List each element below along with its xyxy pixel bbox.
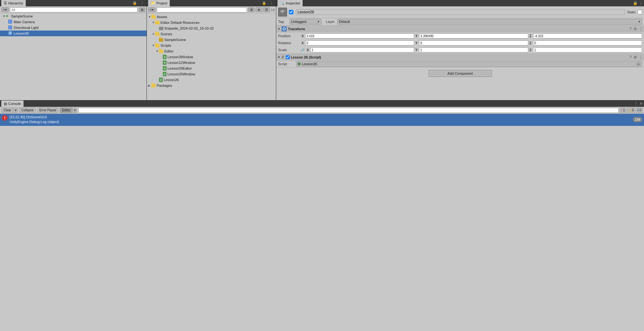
project-tab[interactable]: 📁 Project	[148, 0, 170, 6]
tag-dropdown-arrow: ▼	[317, 20, 320, 23]
static-checkbox[interactable]	[638, 10, 642, 14]
lesson26-script-expand-arrow: ▼	[277, 56, 280, 59]
lesson26-script-enabled-checkbox[interactable]	[286, 55, 290, 59]
script-select-button[interactable]: ◎	[636, 62, 641, 66]
rot-x-axis-label: X	[301, 41, 305, 45]
hierarchy-item-lesson26[interactable]: Lesson26	[0, 31, 147, 36]
snipaste-label: Snipaste_2024-02-02_18-10-32	[164, 26, 214, 30]
editor-button[interactable]: Editor	[60, 107, 72, 113]
transform-settings-icon[interactable]: ⚙	[634, 27, 637, 31]
project-tab-actions: 🔒 ⋮	[261, 1, 275, 6]
position-z-input[interactable]	[533, 33, 642, 38]
script-dot-icon	[298, 62, 301, 66]
scale-x-axis-label: X	[306, 48, 310, 52]
lesson3window-script-icon: #	[163, 55, 167, 59]
log-detail-0: UnityEngine.Debug:Log (object)	[10, 120, 631, 124]
clear-button[interactable]: Clear	[1, 107, 13, 113]
error-filter-count: 1	[623, 108, 625, 112]
error-filter-button[interactable]: ! 1	[620, 107, 627, 113]
hierarchy-filter-button[interactable]: ⊞	[139, 7, 145, 12]
proj-item-snipaste[interactable]: Snipaste_2024-02-02_18-10-32	[147, 25, 276, 31]
lesson26-script-title: Lesson 26 (Script)	[291, 55, 321, 59]
proj-item-lesson26-script[interactable]: # Lesson26	[147, 77, 276, 83]
object-enabled-checkbox[interactable]	[289, 10, 293, 14]
console-close-icon[interactable]: ✕	[640, 101, 643, 106]
transform-component-header[interactable]: ▼ Transform ? ⚙ ⋮	[276, 25, 644, 32]
hierarchy-lock-icon[interactable]: 🔒	[132, 1, 138, 5]
proj-item-editordefault[interactable]: ▼ Editor Default Resources	[147, 20, 276, 25]
project-search-input[interactable]	[157, 7, 247, 12]
samplescene-proj-icon	[159, 38, 163, 42]
position-y-input[interactable]	[419, 33, 528, 38]
hierarchy-item-maincamera[interactable]: Main Camera	[0, 19, 147, 25]
hierarchy-add-button[interactable]: +▾	[1, 7, 9, 12]
project-panel: 📁 Project 🔒 ⋮ +▾ ⊞ ★ ☰ 14 ▼ Assets	[147, 0, 276, 100]
inspector-lock-icon[interactable]: 🔒	[633, 1, 638, 5]
project-count: 14	[271, 8, 275, 12]
lesson26-script-component-header[interactable]: ▼ # Lesson 26 (Script) ? ⚙ ⋮	[276, 54, 644, 61]
console-menu-icon[interactable]: ⋮	[634, 101, 638, 106]
proj-item-editor-folder[interactable]: ▼ Editor	[147, 48, 276, 54]
position-x-input[interactable]	[305, 33, 414, 38]
clear-dropdown-button[interactable]: ▾	[14, 107, 18, 113]
position-y-field: Y	[414, 33, 528, 39]
info-filter-button[interactable]: ℹ 0	[636, 107, 643, 113]
project-menu-icon[interactable]: ⋮	[268, 1, 275, 6]
hierarchy-item-samplescene[interactable]: ▼ ◆ SampleScene	[0, 13, 147, 19]
rotation-x-input[interactable]	[305, 40, 414, 45]
scale-z-input[interactable]	[533, 47, 642, 52]
project-add-button[interactable]: +▾	[148, 7, 155, 12]
console-content: ! [15:21:45] OnSceneGUI UnityEngine.Debu…	[0, 114, 644, 331]
proj-item-lesson26editor[interactable]: # Lesson26Editor	[147, 66, 276, 71]
position-label: Position	[278, 34, 291, 38]
editordefault-arrow: ▼	[152, 21, 155, 24]
project-view-button[interactable]: ⊞	[248, 7, 255, 12]
scale-y-axis-label: Y	[414, 48, 418, 52]
hierarchy-menu-icon[interactable]: ⋮	[139, 1, 145, 6]
collapse-button[interactable]: Collapse	[19, 107, 36, 113]
proj-item-scenes[interactable]: ▼ Scenes	[147, 31, 276, 37]
hierarchy-tab[interactable]: ☰ Hierarchy	[1, 0, 26, 6]
hierarchy-item-directionallight[interactable]: Directional Light	[0, 25, 147, 31]
project-lock-icon[interactable]: 🔒	[261, 1, 267, 5]
console-tab[interactable]: ▤ Console	[1, 100, 24, 107]
editor-dropdown-button[interactable]: ▾	[73, 107, 77, 113]
scale-lock-icon[interactable]: 🔗	[301, 48, 305, 52]
transform-help-icon[interactable]: ?	[629, 27, 632, 31]
console-search-input[interactable]	[78, 108, 619, 113]
lesson26-script-menu-icon[interactable]: ⋮	[639, 55, 643, 59]
inspector-tab[interactable]: 🔍 Inspector	[277, 0, 303, 6]
proj-item-samplescene-proj[interactable]: SampleScene	[147, 37, 276, 43]
project-list-button[interactable]: ☰	[263, 7, 270, 12]
proj-item-lesson26window[interactable]: # Lesson26Window	[147, 71, 276, 77]
error-pause-button[interactable]: Error Pause	[37, 107, 58, 113]
rotation-z-input[interactable]	[533, 40, 642, 45]
lesson26-script-help-icon[interactable]: ?	[629, 55, 632, 59]
transform-menu-icon[interactable]: ⋮	[639, 27, 643, 31]
proj-item-lesson3window[interactable]: # Lesson3Window	[147, 54, 276, 60]
tag-label: Tag	[278, 20, 288, 24]
proj-item-lesson12window[interactable]: # Lesson12Window	[147, 60, 276, 66]
layer-dropdown[interactable]: Default ▼	[337, 19, 642, 24]
scenes-folder-icon	[155, 32, 160, 36]
editordefault-label: Editor Default Resources	[161, 21, 199, 24]
proj-item-assets[interactable]: ▼ Assets	[147, 14, 276, 20]
console-log-item-0[interactable]: ! [15:21:45] OnSceneGUI UnityEngine.Debu…	[0, 114, 644, 126]
warn-filter-button[interactable]: △ 0	[627, 107, 635, 113]
proj-item-scripts[interactable]: ▼ Scripts	[147, 43, 276, 48]
project-star-button[interactable]: ★	[256, 7, 262, 12]
project-tab-bar: 📁 Project 🔒 ⋮	[147, 0, 276, 6]
hierarchy-search-input[interactable]	[10, 7, 138, 12]
object-name-input[interactable]	[296, 9, 625, 15]
rotation-y-input[interactable]	[419, 40, 528, 45]
scale-x-input[interactable]	[310, 47, 414, 52]
add-component-button[interactable]: Add Component	[428, 70, 492, 77]
hierarchy-tab-label: Hierarchy	[8, 1, 23, 5]
lesson26-script-settings-icon[interactable]: ⚙	[634, 55, 637, 59]
tag-dropdown[interactable]: Untagged ▼	[290, 19, 321, 24]
proj-item-packages[interactable]: ▶ Packages	[147, 83, 276, 88]
scale-y-input[interactable]	[419, 47, 528, 52]
rot-z-axis-label: Z	[529, 41, 532, 45]
scale-label: Scale	[278, 48, 287, 52]
inspector-menu-icon[interactable]: ⋮	[639, 1, 643, 5]
